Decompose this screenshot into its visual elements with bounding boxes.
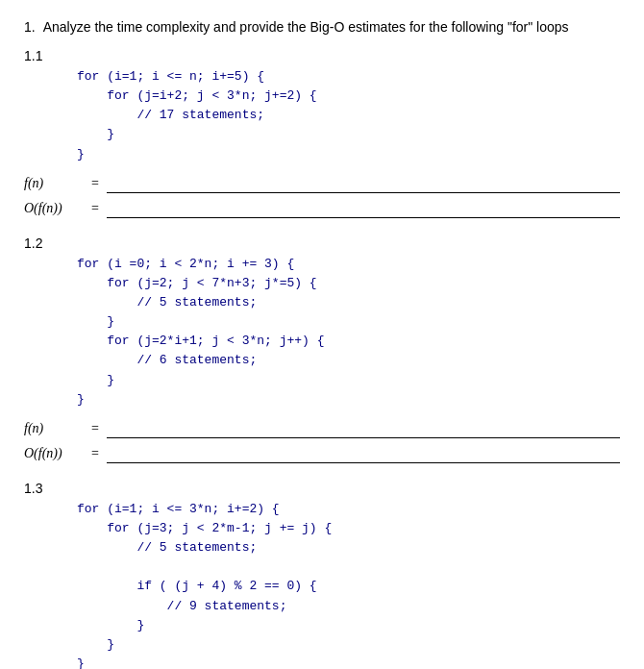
bigo-eq-1-1: = (91, 201, 99, 216)
bigo-answer-1-2: O(f(n)) = (24, 444, 620, 463)
code-line: for (j=2*i+1; j < 3*n; j++) { (77, 332, 620, 351)
section-1-3: 1.3 for (i=1; i <= 3*n; i+=2) { for (j=3… (24, 481, 620, 669)
code-line: for (j=2; j < 7*n+3; j*=5) { (77, 274, 620, 293)
code-block-1-3: for (i=1; i <= 3*n; i+=2) { for (j=3; j … (77, 500, 620, 669)
fn-eq-1-2: = (91, 421, 99, 436)
bigo-input-1-1[interactable] (107, 199, 620, 218)
fn-input-1-1[interactable] (107, 174, 620, 193)
code-line: // 5 statements; (77, 293, 620, 312)
code-line: } (77, 655, 620, 669)
code-line: if ( (j + 4) % 2 == 0) { (77, 577, 620, 596)
code-line: for (i=1; i <= 3*n; i+=2) { (77, 500, 620, 519)
section-1-2: 1.2 for (i =0; i < 2*n; i += 3) { for (j… (24, 235, 620, 463)
bigo-eq-1-2: = (91, 446, 99, 461)
code-line: // 17 statements; (77, 106, 620, 125)
code-line: } (77, 635, 620, 655)
code-line: } (77, 371, 620, 390)
code-line: } (77, 390, 620, 409)
code-line: // 9 statements; (77, 597, 620, 616)
code-line: } (77, 145, 620, 164)
bigo-answer-1-1: O(f(n)) = (24, 199, 620, 218)
code-line: // 5 statements; (77, 538, 620, 558)
bigo-label-1-2: O(f(n)) (24, 446, 82, 461)
code-line: for (j=i+2; j < 3*n; j+=2) { (77, 87, 620, 106)
sub-number-1-2: 1.2 (24, 235, 51, 251)
question-text: Analyze the time complexity and provide … (43, 19, 569, 35)
code-line: for (j=3; j < 2*m-1; j += j) { (77, 519, 620, 538)
question-header: 1. Analyze the time complexity and provi… (24, 19, 620, 35)
code-block-1-1: for (i=1; i <= n; i+=5) { for (j=i+2; j … (77, 67, 620, 164)
code-line: } (77, 125, 620, 144)
section-1-1: 1.1 for (i=1; i <= n; i+=5) { for (j=i+2… (24, 48, 620, 218)
code-line (77, 558, 620, 577)
code-line: for (i=1; i <= n; i+=5) { (77, 67, 620, 87)
code-line: } (77, 312, 620, 332)
bigo-label-1-1: O(f(n)) (24, 201, 82, 216)
fn-answer-1-1: f(n) = (24, 174, 620, 193)
bigo-input-1-2[interactable] (107, 444, 620, 463)
sub-number-1-1: 1.1 (24, 48, 51, 63)
fn-answer-1-2: f(n) = (24, 419, 620, 438)
question-number: 1. (24, 19, 36, 35)
sub-number-1-3: 1.3 (24, 481, 51, 496)
fn-label-1-2: f(n) (24, 421, 82, 436)
fn-input-1-2[interactable] (107, 419, 620, 438)
code-line: // 6 statements; (77, 351, 620, 370)
code-line: } (77, 616, 620, 635)
code-block-1-2: for (i =0; i < 2*n; i += 3) { for (j=2; … (77, 255, 620, 409)
fn-label-1-1: f(n) (24, 176, 82, 191)
fn-eq-1-1: = (91, 176, 99, 191)
code-line: for (i =0; i < 2*n; i += 3) { (77, 255, 620, 274)
